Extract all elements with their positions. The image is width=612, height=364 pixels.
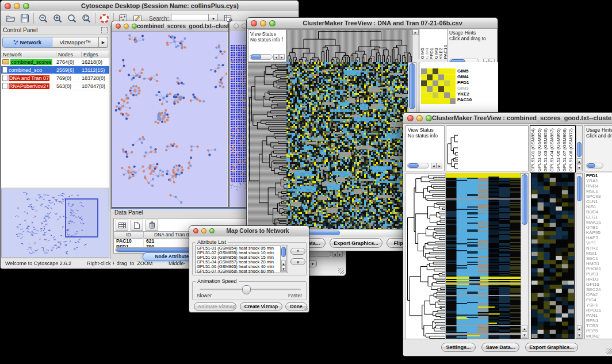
row-label[interactable]: GIM5 [457, 68, 472, 74]
row-label[interactable]: GIM4 [457, 74, 472, 80]
minimize-button[interactable] [416, 115, 423, 121]
tv1-status-hscroll[interactable] [250, 54, 273, 60]
close-button[interactable] [234, 24, 239, 29]
tv2-zoom-heatmap[interactable] [531, 173, 575, 339]
gene-label[interactable]: BUD4 [584, 209, 612, 214]
tab-overflow-button[interactable]: ▶ [99, 37, 108, 48]
tv1-vscroll-thumb[interactable] [409, 63, 415, 109]
tv2-column-tree-panel[interactable] [446, 125, 529, 171]
treeview2-titlebar[interactable]: ClusterMaker TreeView : combined_scores_… [403, 113, 612, 124]
zoom-fit-button[interactable] [64, 12, 79, 25]
close-button[interactable] [193, 228, 198, 233]
zoom-window-button[interactable] [426, 115, 432, 121]
scroll-up-icon[interactable]: ▴ [281, 260, 286, 266]
gene-label[interactable]: RNR4 [584, 183, 612, 189]
gene-label[interactable]: NTR2 [584, 246, 612, 251]
minimize-button[interactable] [260, 20, 266, 26]
trash-icon[interactable] [146, 220, 158, 231]
zoom-window-button[interactable] [132, 24, 137, 29]
network-overview-panel[interactable] [1, 189, 109, 258]
tv2-status-hscroll[interactable] [407, 163, 429, 168]
resize-grip[interactable] [606, 348, 612, 354]
speed-slider-thumb[interactable] [242, 285, 251, 294]
zoom-window-button[interactable] [269, 20, 276, 26]
overview-viewport-rect[interactable] [65, 198, 98, 237]
tab-vizmapper[interactable]: VizMapper™ [52, 37, 99, 48]
gene-label[interactable]: HRD3 [584, 277, 612, 282]
attribute-list[interactable]: GPL51-01 (GSM854) heat shock 05 minGPL51… [195, 246, 288, 273]
main-titlebar[interactable]: Cytoscape Desktop (Session Name: collins… [1, 1, 299, 12]
fragment-hscroll[interactable] [307, 251, 331, 257]
col-id[interactable]: ID [114, 232, 144, 238]
gene-label[interactable]: MAK31 [584, 220, 612, 225]
treeview1-titlebar[interactable]: ClusterMaker TreeView : DNA and Tran 07-… [247, 18, 498, 29]
gene-label[interactable]: CPA2 [584, 292, 612, 297]
fragment-button[interactable]: r [309, 260, 317, 267]
minimize-button[interactable] [201, 228, 206, 233]
scroll-left-icon[interactable]: ◂ [431, 163, 437, 168]
help-icon[interactable] [97, 12, 112, 25]
resize-grip[interactable] [338, 268, 344, 274]
tv2-labels-vscroll[interactable]: ▴ ▾ [576, 125, 583, 171]
gene-label[interactable]: PAN1 [584, 313, 612, 318]
gene-label[interactable]: PFD1 [584, 173, 612, 178]
zoom-out-button[interactable] [36, 12, 50, 25]
resize-grip[interactable] [303, 306, 308, 311]
close-button[interactable] [5, 3, 11, 9]
table-grid-icon[interactable] [116, 220, 128, 231]
scroll-up-icon[interactable]: ▴ [577, 158, 582, 164]
zoom-window-button[interactable] [209, 228, 215, 233]
gene-label[interactable]: PUF3 [584, 271, 612, 277]
col-nodes[interactable]: Nodes [56, 52, 82, 58]
tv1-correlation-matrix[interactable] [421, 68, 456, 104]
attribute-list-vscroll[interactable]: ▴ ▾ [280, 246, 287, 272]
scroll-right-icon[interactable]: ▸ [437, 163, 442, 168]
row-label[interactable]: PAC10 [457, 97, 472, 103]
row-label[interactable]: YKE2 [457, 91, 472, 97]
network-view-titlebar[interactable]: combined_scores_good.txt--cluste... [112, 21, 228, 32]
tv2-vscroll[interactable]: ▴ ▾ [521, 173, 529, 339]
gene-label[interactable]: KAP95 [584, 230, 612, 235]
attribute-list-vscroll-thumb[interactable] [281, 247, 286, 257]
attribute-list-item[interactable]: GPL51-07 (GSM868) heat shock 60 min [196, 269, 288, 273]
tv1-heatmap[interactable] [286, 62, 408, 229]
zoom-selected-button[interactable] [79, 12, 93, 25]
gene-label[interactable]: FIG4 [584, 297, 612, 302]
dialog-titlebar[interactable]: Map Colors to Network [189, 226, 309, 236]
gene-label[interactable]: MSI1 [584, 251, 612, 256]
gene-label[interactable]: PEP5 [584, 328, 612, 334]
close-button[interactable] [407, 115, 414, 121]
scroll-down-icon[interactable]: ▾ [281, 266, 286, 271]
scroll-right-icon[interactable]: ▸ [337, 251, 343, 257]
tv2-status-hscroll-thumb[interactable] [408, 163, 419, 168]
gene-label[interactable]: GPI16 [584, 282, 612, 287]
col-network[interactable]: Network [1, 52, 56, 58]
network-table-row[interactable]: RNAPuberNov2+ 563(0) 107847(0) [1, 82, 109, 90]
network-table-row[interactable]: combined_sco 2569(6) 13112(15) [1, 66, 109, 74]
gene-label[interactable]: MON2 [584, 334, 612, 339]
open-file-button[interactable] [3, 12, 17, 25]
export-graphics-button[interactable]: Export Graphics... [330, 238, 382, 248]
tv2-row-dendrogram[interactable] [406, 173, 446, 340]
zoom-window-button[interactable] [23, 3, 29, 9]
col-edges[interactable]: Edges [82, 52, 109, 58]
gene-label[interactable]: RPN1 [584, 318, 612, 323]
save-data-button[interactable]: Save Data... [481, 343, 519, 352]
scroll-right-icon[interactable]: ▸ [279, 54, 285, 60]
new-attribute-icon[interactable] [131, 220, 143, 231]
scroll-down-icon[interactable]: ▾ [577, 164, 582, 170]
create-vizmap-button[interactable]: Create Vizmap [240, 302, 282, 311]
gene-label[interactable]: YRA1 [584, 178, 612, 183]
gene-label[interactable]: VIP1 [584, 240, 612, 246]
gene-label[interactable]: GTB1 [584, 225, 612, 230]
export-graphics-button[interactable]: Export Graphics... [525, 343, 578, 352]
move-up-button[interactable]: ^ [290, 248, 305, 255]
zoom-in-button[interactable] [50, 12, 64, 25]
gene-label[interactable]: MSL1 [584, 189, 612, 194]
gene-label[interactable]: SEC24 [584, 287, 612, 292]
minimize-button[interactable] [14, 3, 20, 9]
move-down-button[interactable]: v [290, 258, 305, 265]
minimize-button[interactable] [124, 24, 129, 29]
gene-label[interactable]: RPO21 [584, 308, 612, 313]
tv1-column-dendrogram[interactable] [286, 29, 412, 63]
